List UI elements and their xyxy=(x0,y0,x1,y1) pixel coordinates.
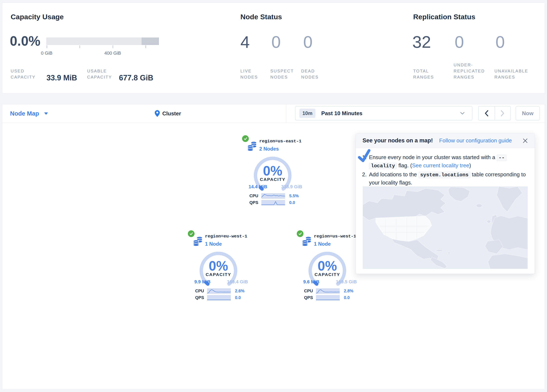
step-1: 1. Ensure every node in your cluster was… xyxy=(362,153,527,170)
step-2-text-c: your locality flags. xyxy=(369,179,412,186)
qps-value: 0.0 xyxy=(235,295,241,300)
locality-tree-link[interactable]: See current locality tree xyxy=(412,162,469,169)
under-replicated-label: UNDER-REPLICATED RANGES xyxy=(454,62,490,80)
qps-value: 0.0 xyxy=(289,200,295,205)
capacity-percent: 0.0% xyxy=(10,33,41,49)
popup-header: See your nodes on a map! Follow our conf… xyxy=(356,133,535,148)
total-ranges-label: TOTAL RANGES xyxy=(413,68,440,80)
time-range-badge: 10m xyxy=(300,109,315,118)
used-capacity-value: 33.9 MiB xyxy=(47,74,77,82)
live-nodes-label: LIVE NODES xyxy=(240,68,266,80)
now-button-label: Now xyxy=(522,110,533,117)
capacity-used: 9.6 MiB xyxy=(303,279,319,285)
world-map xyxy=(363,186,528,269)
live-nodes-count: 4 xyxy=(240,33,250,52)
capacity-percent: 0% xyxy=(252,163,294,179)
time-step-buttons xyxy=(478,106,511,120)
usable-capacity-label: USABLE CAPACITY xyxy=(87,68,123,80)
qps-label: QPS xyxy=(249,200,258,205)
qps-label: QPS xyxy=(304,295,313,300)
chevron-down-icon xyxy=(44,112,48,115)
tick-label-0: 0 GiB xyxy=(36,50,57,56)
time-forward-button[interactable] xyxy=(495,106,511,120)
capacity-label: CAPACITY xyxy=(198,272,239,277)
time-range-select[interactable]: 10m Past 10 Minutes xyxy=(295,106,472,120)
cpu-sparkline xyxy=(316,288,340,294)
popup-title: See your nodes on a map! xyxy=(362,137,433,144)
now-button[interactable]: Now xyxy=(516,106,540,120)
cpu-sparkline xyxy=(261,193,285,199)
step-1-text-c: ) xyxy=(469,162,471,169)
step-1-text-a: Ensure every node in your cluster was st… xyxy=(369,154,497,160)
unavailable-ranges-count: 0 xyxy=(495,33,505,52)
cpu-value: 2.8% xyxy=(344,289,354,293)
cpu-label: CPU xyxy=(249,193,258,198)
qps-value: 0.0 xyxy=(344,295,350,300)
node-status-title: Node Status xyxy=(240,13,282,21)
dead-nodes-count: 0 xyxy=(303,33,313,52)
qps-label: QPS xyxy=(195,295,204,300)
locality-flag-code: locality xyxy=(369,163,397,169)
nodemap-panel: Node Map Cluster 10m Past 10 Minutes Now xyxy=(2,104,545,389)
region-node-count: 1 Node xyxy=(205,241,222,247)
suspect-nodes-label: SUSPECT NODES xyxy=(270,68,298,80)
region-name: region=eu-west-1 xyxy=(205,234,247,239)
breadcrumb-label: Cluster xyxy=(162,110,181,117)
step-done-check-icon xyxy=(357,149,372,163)
step-2-number: 2. xyxy=(362,171,367,179)
capacity-usage-title: Capacity Usage xyxy=(11,13,64,21)
total-ranges-count: 32 xyxy=(412,33,431,52)
cpu-value: 2.6% xyxy=(235,289,245,293)
view-dropdown-node-map[interactable]: Node Map xyxy=(10,104,48,123)
capacity-total: 338.9 GiB xyxy=(274,184,302,190)
nodemap-config-popup: See your nodes on a map! Follow our conf… xyxy=(356,133,535,274)
locality-flag-code: -- xyxy=(497,155,506,161)
unavailable-ranges-label: UNAVAILABLE RANGES xyxy=(494,68,536,80)
cpu-label: CPU xyxy=(195,289,204,293)
under-replicated-count: 0 xyxy=(455,33,464,52)
capacity-percent: 0% xyxy=(198,258,239,274)
step-2-text-b: table corresponding to xyxy=(470,171,526,178)
close-icon[interactable] xyxy=(522,138,528,144)
region-card-eu-west-1[interactable]: region=eu-west-1 1 Node 0% CAPACITY 9.9 … xyxy=(188,231,251,303)
popup-steps: 1. Ensure every node in your cluster was… xyxy=(362,153,527,186)
database-nodes-icon xyxy=(302,236,312,248)
chevron-right-icon xyxy=(500,110,505,117)
system-locations-code: system.locations xyxy=(418,172,470,178)
region-name: region=us-west-1 xyxy=(314,234,356,239)
database-nodes-icon xyxy=(193,236,203,248)
map-pin-icon xyxy=(155,110,160,117)
capacity-used: 9.9 MiB xyxy=(194,279,211,285)
capacity-bar xyxy=(46,37,159,45)
chevron-down-icon xyxy=(460,112,465,115)
cpu-label: CPU xyxy=(304,289,313,293)
nodemap-canvas: region=us-east-1 2 Nodes 0% CAPACITY 14.… xyxy=(2,123,545,389)
capacity-total: 169.5 GiB xyxy=(329,279,357,285)
tick-label-400: 400 GiB xyxy=(98,50,127,56)
configuration-guide-link[interactable]: Follow our configuration guide xyxy=(439,137,512,144)
suspect-nodes-count: 0 xyxy=(271,33,281,52)
region-node-count: 1 Node xyxy=(314,241,331,247)
usable-capacity-value: 677.8 GiB xyxy=(119,74,153,82)
cluster-summary-bar: Capacity Usage 0.0% 0 GiB 400 GiB USED C… xyxy=(2,2,545,94)
world-map-preview: 1 geo=sfo 2 Nodes 9% CAPACITY 3.2 GiB 35… xyxy=(363,186,528,269)
database-nodes-icon xyxy=(247,141,257,153)
chevron-left-icon xyxy=(484,110,489,117)
capacity-total: 169.4 GiB xyxy=(220,279,248,285)
capacity-bar-ticks xyxy=(46,45,159,48)
region-card-us-east-1[interactable]: region=us-east-1 2 Nodes 0% CAPACITY 14.… xyxy=(243,136,306,207)
capacity-used: 14.4 MiB xyxy=(249,184,267,190)
step-2-text-a: Add locations to the xyxy=(369,171,418,178)
view-dropdown-label: Node Map xyxy=(10,110,39,117)
step-2: 2. Add locations to the system.locations… xyxy=(362,171,527,186)
capacity-bar-reserved xyxy=(142,37,159,45)
capacity-label: CAPACITY xyxy=(306,272,348,277)
cpu-value: 5.5% xyxy=(289,193,299,198)
capacity-percent: 0% xyxy=(306,258,348,274)
breadcrumb[interactable]: Cluster xyxy=(155,104,181,123)
time-range-value: Past 10 Minutes xyxy=(321,110,460,117)
step-1-text-b: flag. ( xyxy=(397,162,412,169)
time-back-button[interactable] xyxy=(478,106,495,120)
region-card-us-west-1[interactable]: region=us-west-1 1 Node 0% CAPACITY 9.6 … xyxy=(297,231,360,303)
dead-nodes-label: DEAD NODES xyxy=(301,68,326,80)
